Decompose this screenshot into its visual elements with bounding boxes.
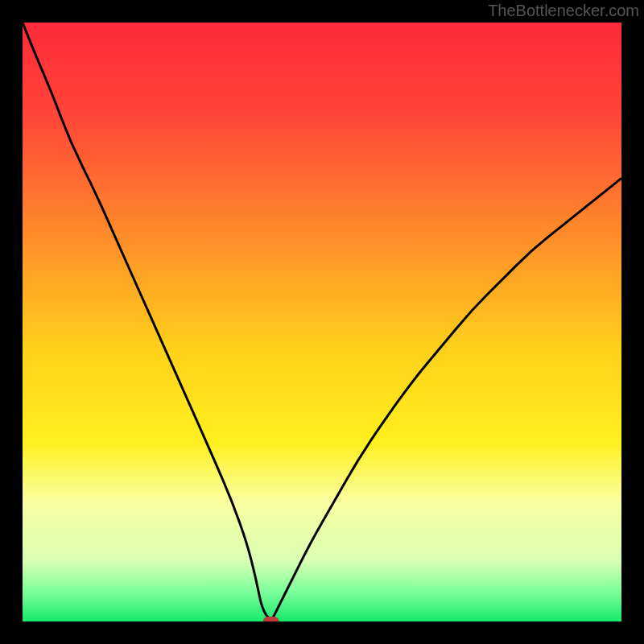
watermark-label: TheBottlenecker.com <box>488 2 639 20</box>
chart-svg <box>23 23 621 621</box>
chart-container: TheBottlenecker.com <box>0 0 644 644</box>
plot-area <box>23 23 621 621</box>
marker-group <box>263 617 279 621</box>
bottleneck-marker <box>263 617 279 621</box>
gradient-background <box>23 23 621 621</box>
